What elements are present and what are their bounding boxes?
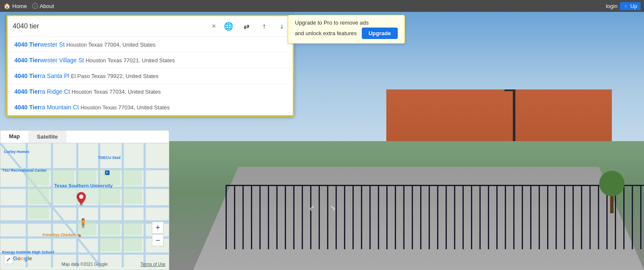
topbar: 🏠 Home i About login ★ Up [0,0,644,12]
upgrade-banner-row: and unlock extra features Upgrade [295,28,398,39]
download-button[interactable]: ↓ [274,19,289,34]
search-input[interactable] [11,22,207,31]
suggestion-3-addr: El Paso Texas 79922, United States [71,73,159,79]
svg-rect-6 [26,143,28,267]
suggestion-2-addr: Houston Texas 77021, United States [85,57,175,64]
upgrade-banner-line1: Upgrade to Pro to remove ads [295,19,398,26]
map-terms-link[interactable]: Terms of Use [140,262,165,267]
suggestion-1-rest: wester St [40,41,64,48]
upgrade-banner: Upgrade to Pro to remove ads and unlock … [288,15,405,44]
svg-rect-24 [100,222,120,235]
map-label-energy: Energy Institute High School [2,250,54,254]
suggestion-item-4[interactable]: 4040 Tierra Ridge Ct Houston Texas 77034… [8,84,293,100]
search-bar: × 🌐 ⇄ ↑ ↓ [8,16,293,37]
map-zoom-controls: + − [152,222,164,246]
suggestion-5-addr: Houston Texas 77034, United States [80,104,170,111]
sv-nav-arrows[interactable]: ⌐ ¬ [309,202,336,213]
suggestion-2-rest: wester Village St [40,57,84,64]
map-label-frenchys: Frenchys Chicken 🍗 [43,233,81,237]
globe-icon: 🌐 [224,22,233,31]
shuffle-icon: ⇄ [244,22,249,31]
about-label: About [40,3,54,9]
sv-fence [226,185,644,249]
suggestion-1-match: 4040 Tier [14,41,40,48]
suggestion-item-1[interactable]: 4040 Tierwester St Houston Texas 77004, … [8,37,293,53]
tab-satellite[interactable]: Satellite [28,131,66,143]
suggestion-4-addr: Houston Texas 77034, United States [72,89,161,95]
tab-map[interactable]: Map [0,131,28,143]
map-label-tsu-rec: TSU Recreational Center [2,168,28,173]
upgrade-top-label: Up [630,3,637,9]
google-logo: Google [13,255,32,262]
about-info-icon: i [32,3,38,9]
streetview-person-icon[interactable]: 🧍 [78,218,88,228]
share-icon: ↑ [262,22,266,30]
map-label-tsu: Texas Southern University [54,183,113,188]
star-icon: ★ [623,3,628,9]
map-expand-button[interactable]: ⤢ [4,255,13,264]
sv-tree-1 [599,171,625,213]
expand-icon: ⤢ [6,256,11,262]
suggestion-item-2[interactable]: 4040 Tierwester Village St Houston Texas… [8,53,293,68]
svg-point-29 [79,195,83,199]
suggestion-4-rest: ra Ridge Ct [40,88,70,95]
svg-rect-25 [124,222,142,235]
about-button[interactable]: i About [32,3,54,9]
svg-rect-15 [28,188,50,204]
suggestion-item-3[interactable]: 4040 Tierra Santa Pl El Paso Texas 79922… [8,68,293,84]
zoom-in-button[interactable]: + [152,222,164,234]
shuffle-button[interactable]: ⇄ [239,19,254,34]
svg-rect-21 [100,188,120,204]
map-label-curley: Curley Homes [4,150,30,154]
svg-rect-17 [28,206,50,219]
map-canvas[interactable]: TSU Recreational Center Texas Southern U… [0,143,169,267]
map-tabs: Map Satellite [0,131,169,143]
tdecu-marker: F [105,170,110,175]
login-button[interactable]: login [606,3,617,9]
suggestion-3-rest: ra Santa Pl [40,72,69,79]
search-panel: × 🌐 ⇄ ↑ ↓ 4040 Tierwester St Houston Tex… [6,15,294,117]
suggestion-5-rest: ra Mountain Ct [40,104,79,111]
suggestion-4-match: 4040 Tier [14,88,40,95]
share-button[interactable]: ↑ [256,19,272,34]
suggestion-1-addr: Houston Texas 77004, United States [66,42,156,48]
home-icon: 🏠 [3,3,11,9]
map-label-tdecu: TDECU Stad [98,156,121,160]
map-attribution: Map data ©2021 Google [61,262,107,267]
home-button[interactable]: 🏠 Home [3,3,27,9]
svg-rect-26 [100,238,120,251]
suggestion-3-match: 4040 Tier [14,72,40,79]
search-clear-button[interactable]: × [209,22,218,31]
suggestion-5-match: 4040 Tier [14,104,40,111]
upgrade-button[interactable]: Upgrade [362,28,398,39]
download-icon: ↓ [280,22,283,30]
map-location-marker [77,192,86,208]
globe-button[interactable]: 🌐 [221,19,236,34]
zoom-out-button[interactable]: − [152,234,164,246]
topbar-right: login ★ Up [606,2,641,10]
svg-rect-20 [124,170,142,186]
suggestion-2-match: 4040 Tier [14,57,40,64]
map-background: TSU Recreational Center Texas Southern U… [0,143,169,267]
svg-rect-27 [124,238,142,251]
svg-rect-22 [124,188,142,204]
suggestions-list: 4040 Tierwester St Houston Texas 77004, … [8,37,293,115]
suggestion-item-5[interactable]: 4040 Tierra Mountain Ct Houston Texas 77… [8,100,293,115]
upgrade-top-button[interactable]: ★ Up [620,2,641,10]
map-panel: Map Satellite [0,130,169,270]
upgrade-banner-line2: and unlock extra features [295,30,357,36]
svg-rect-11 [143,143,146,267]
home-label: Home [12,3,27,9]
